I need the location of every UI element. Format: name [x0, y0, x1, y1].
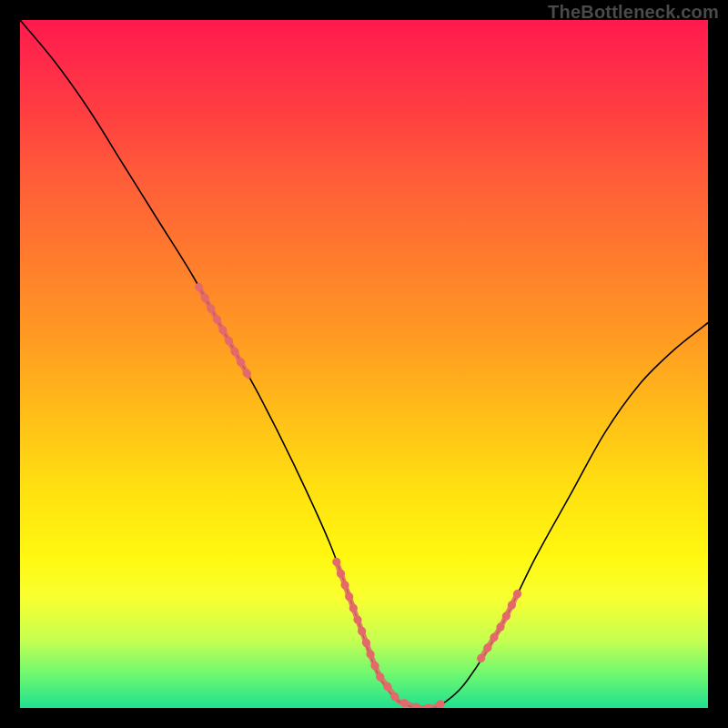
chart-plot-area [20, 20, 708, 708]
highlight-segment [337, 561, 442, 708]
highlight-segment-fill [199, 287, 248, 376]
highlight-segments [199, 287, 519, 708]
highlight-segment-fill [481, 592, 519, 659]
highlight-segment [481, 592, 519, 659]
highlight-segment-fill [337, 561, 442, 708]
chart-curve-layer [20, 20, 708, 708]
bottleneck-curve [20, 20, 708, 708]
highlight-segment [199, 287, 248, 376]
